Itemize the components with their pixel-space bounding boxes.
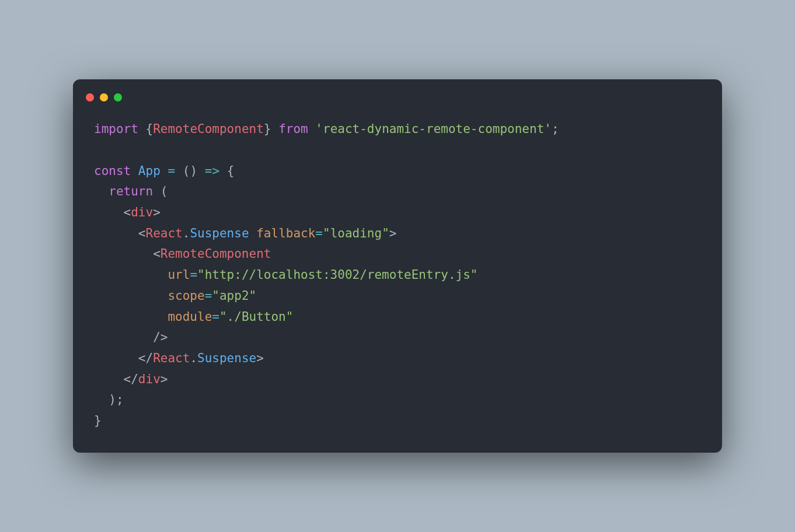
code-token: > — [389, 226, 397, 240]
code-token: 'react-dynamic-remote-component' — [315, 122, 552, 136]
code-token: App — [138, 164, 161, 178]
code-token — [94, 184, 109, 198]
code-line: <RemoteComponent — [94, 244, 701, 265]
code-token: < — [94, 205, 131, 219]
code-line: </React.Suspense> — [94, 348, 701, 369]
minimize-dot-icon — [100, 93, 108, 102]
code-token: . — [183, 226, 190, 240]
code-token: React — [146, 226, 183, 240]
code-token: ; — [552, 122, 559, 136]
code-token: { — [146, 122, 154, 136]
code-token: . — [190, 351, 197, 365]
code-token: = — [212, 310, 219, 324]
code-token — [197, 164, 205, 178]
code-line — [94, 140, 701, 161]
code-token: ( — [183, 164, 190, 178]
code-token: > — [161, 372, 168, 386]
code-token: React — [153, 351, 190, 365]
code-token: Suspense — [197, 351, 256, 365]
code-token: } — [94, 414, 102, 428]
code-line: const App = () => { — [94, 161, 701, 182]
code-token: } — [264, 122, 271, 136]
code-token: RemoteComponent — [161, 247, 271, 261]
code-token: const — [94, 164, 138, 178]
code-line: url="http://localhost:3002/remoteEntry.j… — [94, 265, 701, 286]
code-token: = — [168, 164, 175, 178]
code-token: </ — [94, 351, 153, 365]
code-token: module — [168, 310, 212, 324]
code-token: = — [315, 226, 323, 240]
code-block: import {RemoteComponent} from 'react-dyn… — [73, 112, 722, 436]
code-token: import — [94, 122, 146, 136]
code-token: from — [271, 122, 315, 136]
code-token — [249, 226, 257, 240]
code-line: return ( — [94, 181, 701, 202]
code-token: /> — [94, 330, 168, 344]
code-token: </ — [94, 372, 138, 386]
code-token: url — [168, 268, 190, 282]
code-token: "./Button" — [219, 310, 293, 324]
code-token: scope — [168, 289, 204, 303]
code-token: ); — [94, 393, 124, 407]
code-token: = — [205, 289, 212, 303]
code-line: <React.Suspense fallback="loading"> — [94, 223, 701, 244]
code-token: < — [94, 226, 146, 240]
code-token: div — [131, 205, 153, 219]
window-titlebar — [73, 93, 722, 112]
code-window: import {RemoteComponent} from 'react-dyn… — [73, 79, 722, 452]
code-token: { — [219, 164, 234, 178]
code-token: > — [256, 351, 264, 365]
code-token: "http://localhost:3002/remoteEntry.js" — [197, 268, 477, 282]
code-line: module="./Button" — [94, 307, 701, 328]
code-line: scope="app2" — [94, 286, 701, 307]
code-token: return — [109, 184, 153, 198]
code-token: < — [94, 247, 161, 261]
code-token: => — [205, 164, 219, 178]
close-dot-icon — [86, 93, 94, 102]
code-line: import {RemoteComponent} from 'react-dyn… — [94, 119, 701, 140]
code-token — [94, 289, 168, 303]
zoom-dot-icon — [114, 93, 122, 102]
code-token: div — [138, 372, 161, 386]
code-token: = — [190, 268, 197, 282]
code-line: </div> — [94, 369, 701, 390]
code-token: "loading" — [323, 226, 389, 240]
code-token: fallback — [256, 226, 315, 240]
code-line: /> — [94, 327, 701, 348]
code-token: Suspense — [190, 226, 249, 240]
code-line: <div> — [94, 202, 701, 223]
code-token: "app2" — [212, 289, 256, 303]
code-token — [94, 310, 168, 324]
code-token: > — [153, 205, 161, 219]
code-line: } — [94, 411, 701, 432]
code-line: ); — [94, 390, 701, 411]
code-token — [94, 268, 168, 282]
code-token: ( — [153, 184, 168, 198]
code-token: ) — [190, 164, 197, 178]
code-token: RemoteComponent — [153, 122, 264, 136]
code-token — [161, 164, 168, 178]
code-token — [175, 164, 183, 178]
